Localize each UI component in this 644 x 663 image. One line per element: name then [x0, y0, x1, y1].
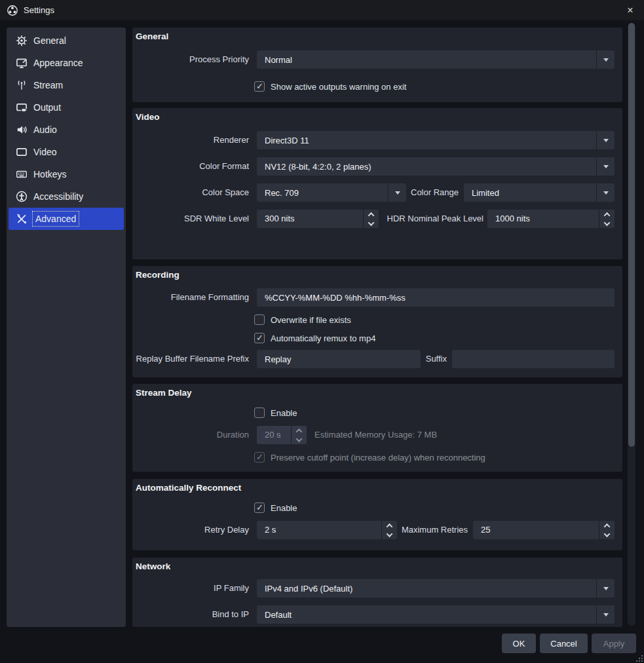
sidebar-item-audio[interactable]: Audio: [9, 119, 124, 141]
ok-button[interactable]: OK: [502, 634, 536, 653]
scrollbar-thumb[interactable]: [628, 23, 635, 447]
chevron-up-icon: [604, 212, 611, 218]
remux-checkbox[interactable]: [254, 333, 265, 343]
chevron-down-icon: [368, 219, 375, 226]
sdr-white-level-spinner[interactable]: 300 nits: [257, 210, 379, 228]
speaker-icon: [16, 124, 28, 136]
chevron-down-icon: [596, 605, 615, 624]
show-warning-checkbox[interactable]: [254, 81, 265, 92]
bind-to-ip-label: Bind to IP: [132, 605, 249, 624]
process-priority-value: Normal: [257, 55, 596, 65]
preserve-cutoff-row: Preserve cutoff point (increase delay) w…: [254, 452, 485, 463]
sidebar-item-hotkeys[interactable]: Hotkeys: [9, 163, 124, 185]
filename-formatting-label: Filename Formatting: [132, 288, 249, 307]
suffix-input[interactable]: [452, 350, 615, 368]
color-format-dropdown[interactable]: NV12 (8-bit, 4:2:0, 2 planes): [257, 157, 615, 176]
max-retries-label: Maximum Retries: [393, 521, 468, 539]
chevron-up-icon: [296, 428, 303, 434]
chevron-down-icon: [604, 531, 611, 537]
hdr-peak-level-spinner[interactable]: 1000 nits: [487, 210, 615, 228]
chevron-down-icon: [596, 157, 615, 176]
retry-delay-value: 2 s: [257, 521, 381, 539]
resize-grip[interactable]: [636, 655, 643, 662]
show-warning-checkbox-row[interactable]: Show active outputs warning on exit: [254, 81, 406, 92]
keyboard-icon: [16, 168, 28, 180]
section-title: General: [136, 31, 168, 41]
ip-family-dropdown[interactable]: IPv4 and IPv6 (Default): [257, 579, 615, 597]
spin-down-button: [292, 435, 307, 444]
section-title: Automatically Reconnect: [136, 483, 241, 493]
bind-to-ip-value: Default: [257, 610, 596, 620]
max-retries-value: 25: [473, 521, 599, 539]
max-retries-spinner[interactable]: 25: [473, 521, 615, 539]
sidebar-item-label: Advanced: [33, 212, 78, 225]
ip-family-value: IPv4 and IPv6 (Default): [257, 584, 596, 594]
section-title: Stream Delay: [136, 388, 192, 398]
chevron-down-icon: [596, 183, 615, 202]
sidebar-item-output[interactable]: Output: [9, 96, 124, 119]
close-button[interactable]: ×: [616, 0, 644, 20]
hdr-peak-level-value: 1000 nits: [487, 210, 599, 228]
spin-down-button[interactable]: [364, 219, 379, 228]
hdr-peak-level-label: HDR Nominal Peak Level: [380, 210, 483, 228]
title-bar: Settings ×: [0, 0, 644, 20]
spin-down-button[interactable]: [599, 219, 615, 228]
overwrite-checkbox-row[interactable]: Overwrite if file exists: [254, 314, 351, 325]
memory-usage-text: Estimated Memory Usage: 7 MB: [314, 426, 511, 444]
sidebar-item-accessibility[interactable]: Accessibility: [9, 185, 124, 208]
color-range-dropdown[interactable]: Limited: [464, 183, 615, 202]
color-space-dropdown[interactable]: Rec. 709: [257, 183, 406, 202]
reconnect-enable-checkbox[interactable]: [254, 502, 265, 513]
stream-delay-enable-row[interactable]: Enable: [254, 407, 297, 418]
sidebar-item-stream[interactable]: Stream: [9, 74, 124, 96]
chevron-up-icon: [368, 212, 375, 218]
section-title: Network: [136, 561, 170, 571]
spin-up-button[interactable]: [599, 521, 615, 530]
appearance-icon: [16, 57, 28, 69]
sidebar-item-general[interactable]: General: [9, 29, 124, 52]
sidebar-item-label: Output: [33, 102, 61, 113]
sidebar-item-video[interactable]: Video: [9, 141, 124, 163]
color-format-label: Color Format: [132, 157, 249, 176]
reconnect-enable-row[interactable]: Enable: [254, 502, 297, 513]
show-warning-label: Show active outputs warning on exit: [271, 82, 406, 92]
sidebar-item-label: Accessibility: [33, 191, 83, 202]
process-priority-label: Process Priority: [132, 50, 249, 69]
renderer-label: Renderer: [132, 131, 249, 149]
spin-up-button[interactable]: [599, 210, 615, 219]
overwrite-checkbox[interactable]: [254, 314, 265, 325]
duration-spinner: 20 s: [257, 426, 307, 444]
remux-label: Automatically remux to mp4: [271, 333, 375, 343]
accessibility-icon: [16, 191, 28, 202]
settings-sidebar: General Appearance Stream Output: [7, 28, 126, 627]
overwrite-label: Overwrite if file exists: [271, 315, 351, 325]
section-network: Network IP Family IPv4 and IPv6 (Default…: [132, 558, 622, 627]
sidebar-item-label: Audio: [33, 124, 57, 135]
section-stream-delay: Stream Delay Enable Duration 20 s Estima…: [132, 384, 622, 472]
chevron-down-icon: [596, 131, 615, 149]
sidebar-item-label: Video: [33, 147, 57, 157]
replay-prefix-label: Replay Buffer Filename Prefix: [132, 350, 249, 368]
retry-delay-spinner[interactable]: 2 s: [257, 521, 397, 539]
scrollbar-track[interactable]: [628, 23, 635, 626]
process-priority-dropdown[interactable]: Normal: [257, 50, 615, 69]
gear-icon: [16, 35, 28, 47]
spin-down-button[interactable]: [599, 530, 615, 539]
suffix-label: Suffix: [394, 350, 447, 368]
sidebar-item-advanced[interactable]: Advanced: [9, 208, 124, 230]
chevron-down-icon: [388, 183, 406, 202]
cancel-button[interactable]: Cancel: [540, 634, 588, 653]
window-title: Settings: [24, 5, 54, 15]
color-range-value: Limited: [464, 188, 596, 198]
renderer-dropdown[interactable]: Direct3D 11: [257, 131, 615, 149]
filename-formatting-input[interactable]: [257, 288, 615, 307]
sidebar-item-appearance[interactable]: Appearance: [9, 52, 124, 74]
chevron-down-icon: [296, 436, 303, 442]
spin-up-button[interactable]: [364, 210, 379, 219]
section-reconnect: Automatically Reconnect Enable Retry Del…: [132, 479, 622, 550]
bind-to-ip-dropdown[interactable]: Default: [257, 605, 615, 624]
apply-button[interactable]: Apply: [592, 634, 636, 653]
section-video: Video Renderer Direct3D 11 Color Format …: [132, 108, 622, 259]
stream-delay-enable-checkbox[interactable]: [254, 407, 265, 418]
remux-checkbox-row[interactable]: Automatically remux to mp4: [254, 333, 375, 343]
